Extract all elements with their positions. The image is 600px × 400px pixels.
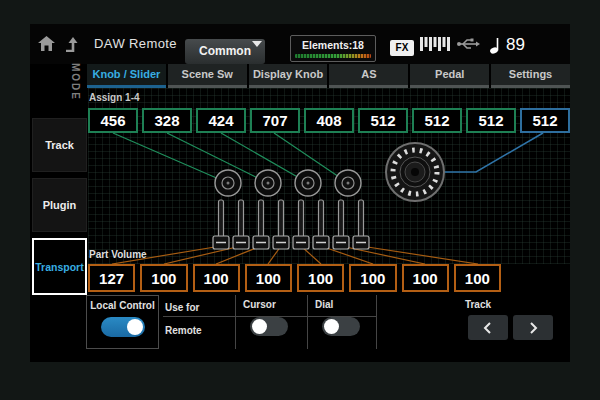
assign-wire-1 <box>113 133 228 183</box>
control-wiring-canvas <box>88 88 570 264</box>
slider-3[interactable] <box>253 200 269 249</box>
part-volume-label: Part Volume <box>89 249 147 260</box>
chevron-left-icon <box>482 321 494 335</box>
tab-scene-sw[interactable]: Scene Sw <box>168 64 247 88</box>
device-bezel: DAW Remote Common Elements:18 FX <box>0 0 600 400</box>
track-label: Track <box>438 299 518 310</box>
slider-8[interactable] <box>353 200 369 249</box>
track-previous-button[interactable] <box>468 315 508 340</box>
fx-icon: FX <box>390 40 414 56</box>
elements-meter <box>295 54 371 58</box>
tempo-value: 89 <box>506 35 525 55</box>
touchscreen: DAW Remote Common Elements:18 FX <box>30 24 570 362</box>
dial-cell: Dial <box>307 295 377 349</box>
common-part-selector[interactable]: Common <box>185 39 265 64</box>
volume-wire-8 <box>361 246 478 264</box>
slider-1[interactable] <box>213 200 229 249</box>
cursor-toggle[interactable] <box>250 317 288 336</box>
common-label: Common <box>199 44 251 58</box>
tab-settings[interactable]: Settings <box>491 64 570 88</box>
chevron-down-icon <box>252 41 262 47</box>
sidebar-item-track[interactable]: Track <box>32 118 87 172</box>
dial-toggle[interactable] <box>322 317 360 336</box>
part-volume-row: 127 100 100 100 100 100 100 100 <box>88 264 501 292</box>
tab-display-knob[interactable]: Display Knob <box>249 64 328 88</box>
use-for-remote-cell: Use for Remote <box>163 295 235 316</box>
local-control-toggle[interactable] <box>101 317 145 337</box>
cursor-label: Cursor <box>243 299 307 310</box>
sidebar-item-transport[interactable]: Transport <box>32 238 87 295</box>
assign-knob-3[interactable] <box>295 170 321 196</box>
home-icon[interactable] <box>38 36 55 52</box>
tab-bar: Knob / Slider Scene Sw Display Knob AS P… <box>87 64 570 88</box>
part-volume-1[interactable]: 127 <box>88 264 135 292</box>
elements-badge[interactable]: Elements:18 <box>290 35 376 62</box>
slider-5[interactable] <box>293 200 309 249</box>
part-volume-5[interactable]: 100 <box>297 264 344 292</box>
part-volume-7[interactable]: 100 <box>402 264 449 292</box>
assign-knob-1[interactable] <box>215 170 241 196</box>
slider-4[interactable] <box>273 200 289 249</box>
sidebar-item-plugin[interactable]: Plugin <box>32 178 87 232</box>
chevron-right-icon <box>527 321 539 335</box>
label-row-divider <box>163 316 377 317</box>
use-for-remote-label: Use for Remote <box>165 302 202 336</box>
tab-pedal[interactable]: Pedal <box>410 64 489 88</box>
toggle-knob <box>252 319 267 334</box>
mode-label: MODE <box>70 63 81 101</box>
slider-7[interactable] <box>333 200 349 249</box>
bottom-control-bar: Local Control Use for Remote Cursor Dial <box>86 295 570 349</box>
usb-icon <box>456 36 480 52</box>
part-volume-4[interactable]: 100 <box>245 264 292 292</box>
header-bar: DAW Remote Common Elements:18 FX <box>30 24 570 64</box>
part-volume-2[interactable]: 100 <box>140 264 187 292</box>
dial-label: Dial <box>315 299 376 310</box>
page-title: DAW Remote <box>94 24 177 64</box>
track-next-button[interactable] <box>513 315 553 340</box>
knob-slider-workspace: Assign 1-4 456 328 424 707 408 512 512 5… <box>88 88 570 264</box>
assign-knob-2[interactable] <box>255 170 281 196</box>
toggle-knob <box>324 319 339 334</box>
up-level-icon[interactable] <box>64 36 80 52</box>
tab-as[interactable]: AS <box>329 64 408 88</box>
toggle-knob <box>127 319 143 335</box>
part-volume-8[interactable]: 100 <box>454 264 501 292</box>
slider-2[interactable] <box>233 200 249 249</box>
keyboard-icon <box>420 36 450 52</box>
local-control-cell: Local Control <box>86 295 159 349</box>
elements-label: Elements:18 <box>291 39 375 51</box>
part-volume-3[interactable]: 100 <box>193 264 240 292</box>
local-control-label: Local Control <box>87 300 158 311</box>
quarter-note-icon <box>490 37 501 54</box>
part-volume-6[interactable]: 100 <box>349 264 396 292</box>
tempo-display: 89 <box>490 34 525 56</box>
super-knob[interactable] <box>386 143 444 201</box>
assign-knob-4[interactable] <box>335 170 361 196</box>
tab-knob-slider[interactable]: Knob / Slider <box>87 64 166 88</box>
cursor-cell: Cursor <box>235 295 307 349</box>
slider-6[interactable] <box>313 200 329 249</box>
